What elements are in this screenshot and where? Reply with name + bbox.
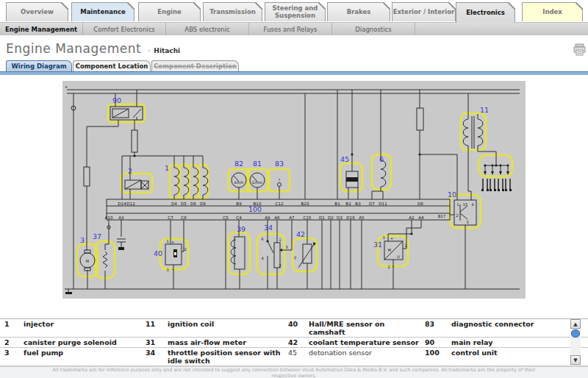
trademark-footer: All trademarks are for reference purpose… — [0, 366, 588, 378]
diagram-label-a3: A3 — [118, 215, 124, 220]
sub-nav-bar: Engine ManagementComfort ElectronicsABS … — [0, 22, 588, 35]
diagram-label-3: 3 — [166, 268, 168, 272]
diagram-label-d9: D9 — [200, 202, 206, 206]
legend-row-2: 2canister purge solenoid31mass air-flow … — [0, 338, 588, 348]
diagram-label-3: 3 — [285, 245, 287, 249]
diagram-label-45: 45 — [340, 155, 349, 163]
diagram-label-b3: B3 — [355, 202, 361, 206]
diagram-label-3: 3 — [382, 235, 384, 240]
scroll-down-icon: ▼ — [573, 357, 577, 363]
legend-row-1: 1injector11ignition coil40Hall/MRE senso… — [0, 319, 588, 338]
diagram-label-d4: D4 — [171, 202, 177, 206]
diagram-label-83: 83 — [275, 160, 284, 168]
diagram-label-a9: A9 — [265, 215, 270, 220]
legend-item-fuel-pump[interactable]: fuel pump — [24, 349, 146, 365]
diagram-label-1: 1 — [165, 164, 169, 172]
diagram-label-a7: A7 — [289, 215, 295, 220]
tab-steering-and-suspension[interactable]: Steering and Suspension — [265, 2, 326, 21]
tab-electronics[interactable]: Electronics — [456, 2, 515, 23]
subnav-item-diagnostics[interactable]: Diagnostics — [332, 23, 415, 35]
diagram-label-34: 34 — [264, 224, 273, 232]
diagram-label-c5: C5 — [223, 215, 229, 220]
tab-transmission[interactable]: Transmission — [203, 2, 262, 21]
diagram-label-b2: B2 — [345, 202, 351, 206]
legend-item-hall-mre-sensor-on-camshaft[interactable]: Hall/MRE sensor on camshaft — [309, 320, 425, 336]
legend-number-2: 2 — [4, 338, 24, 346]
legend-item-ignition-coil[interactable]: ignition coil — [168, 320, 288, 336]
legend-number-31: 31 — [146, 338, 168, 346]
legend-item-detonation-sensor: detonation sensor — [309, 349, 425, 365]
diagram-label-40: 40 — [154, 249, 162, 257]
content-tab-component-description: Component Description — [151, 60, 239, 71]
legend-number-34: 34 — [146, 349, 168, 365]
content-tab-wiring-diagram[interactable]: Wiring Diagram — [6, 60, 72, 71]
diagram-label-81: 81 — [253, 160, 262, 168]
print-icon[interactable] — [573, 43, 586, 56]
subnav-item-engine-management[interactable]: Engine Management — [0, 23, 83, 35]
legend-item-throttle-position-sensor-with-idle-switch[interactable]: throttle position sensor with idle switc… — [168, 349, 288, 365]
title-dot: · — [148, 46, 150, 54]
legend-item-diagnostic-connector[interactable]: diagnostic connector — [451, 320, 564, 336]
legend-item-coolant-temperature-sensor[interactable]: coolant temperature sensor — [309, 338, 425, 346]
diagram-label-2: 2 — [128, 167, 132, 175]
scroll-up-icon: ▲ — [573, 321, 577, 327]
diagram-label-m: M — [388, 248, 391, 252]
content-tab-component-location[interactable]: Component Location — [73, 60, 151, 71]
component-symbols — [65, 106, 512, 294]
diagram-label-100: 100 — [248, 205, 262, 213]
diagram-label-d8: D8 — [417, 202, 423, 206]
wiring-diagram[interactable]: 902182818345611101003374039344231 D14D12… — [62, 81, 526, 299]
diagram-label-4: 4 — [261, 256, 263, 260]
legend-number-45: 45 — [288, 349, 309, 365]
diagram-label-: + — [65, 85, 68, 89]
legend-row-3: 3fuel pump34throttle position sensor wit… — [0, 348, 588, 366]
diagram-label-11: 11 — [480, 106, 489, 114]
diagram-label-d5: D5 — [181, 202, 187, 206]
tab-index[interactable]: Index — [522, 2, 583, 21]
pin-labels-bottom: A10A3C7C8C5C4A9A6A7C15D1D2D3D16A5A2A4 — [105, 215, 425, 220]
tab-engine[interactable]: Engine — [138, 2, 201, 21]
diagram-label-c7: C7 — [168, 215, 173, 220]
scroll-down-button[interactable]: ▼ — [570, 355, 581, 365]
legend-item-injector[interactable]: injector — [24, 320, 146, 336]
scroll-up-button[interactable]: ▲ — [570, 319, 581, 329]
diagram-label-: − — [392, 264, 395, 268]
diagram-label-90: 90 — [112, 96, 121, 104]
diagram-label-d16: D16 — [346, 215, 355, 220]
diagram-label-a6: A6 — [274, 215, 280, 220]
scrollbar-thumb[interactable] — [571, 329, 580, 338]
legend-scrollbar[interactable]: ▲ ▼ — [570, 319, 581, 365]
subnav-item-comfort-electronics[interactable]: Comfort Electronics — [83, 23, 166, 35]
diagram-label-d12: D12 — [126, 202, 135, 206]
diagram-label-: + — [171, 240, 174, 244]
diagram-label-2: 2 — [387, 265, 390, 269]
top-tab-bar: OverviewMaintenanceEngineTransmissionSte… — [0, 2, 588, 23]
diagram-label-a5: A5 — [359, 215, 365, 220]
title-row: Engine Management · Hitachi — [6, 41, 180, 56]
tab-overview[interactable]: Overview — [6, 2, 68, 21]
diagram-label-1-min: 1/min — [252, 180, 262, 185]
diagram-label-39: 39 — [237, 225, 245, 233]
tab-exterior-interior[interactable]: Exterior / Interior — [392, 2, 456, 21]
tab-brakes[interactable]: Brakes — [327, 2, 390, 21]
diagram-label-d14: D14 — [118, 202, 126, 206]
diagram-label-15: 15 — [463, 202, 467, 207]
legend-item-mass-air-flow-meter[interactable]: mass air-flow meter — [168, 338, 288, 346]
diagram-label-d7: D7 — [369, 202, 375, 206]
legend-number-42: 42 — [288, 338, 309, 346]
wiring-diagram-svg: 902182818345611101003374039344231 D14D12… — [62, 81, 526, 299]
legend-item-canister-purge-solenoid[interactable]: canister purge solenoid — [24, 338, 146, 346]
diagram-label-6: 6 — [379, 155, 384, 163]
diagram-label-b10: B10 — [254, 202, 262, 206]
legend-number-100: 100 — [425, 349, 451, 365]
diagram-label-a4: A4 — [418, 215, 424, 220]
tab-maintenance[interactable]: Maintenance — [71, 2, 135, 21]
legend-item-main-relay[interactable]: main relay — [451, 338, 564, 346]
subnav-item-fuses-and-relays[interactable]: Fuses and Relays — [249, 23, 332, 35]
legend-item-control-unit[interactable]: control unit — [451, 349, 564, 365]
legend-number-3: 3 — [4, 349, 24, 365]
diagram-label-1: 1 — [279, 238, 281, 242]
subnav-item-abs-electronic[interactable]: ABS electronic — [166, 23, 249, 35]
diagram-label-4: 4 — [471, 202, 473, 207]
diagram-label-u: U — [397, 254, 400, 259]
